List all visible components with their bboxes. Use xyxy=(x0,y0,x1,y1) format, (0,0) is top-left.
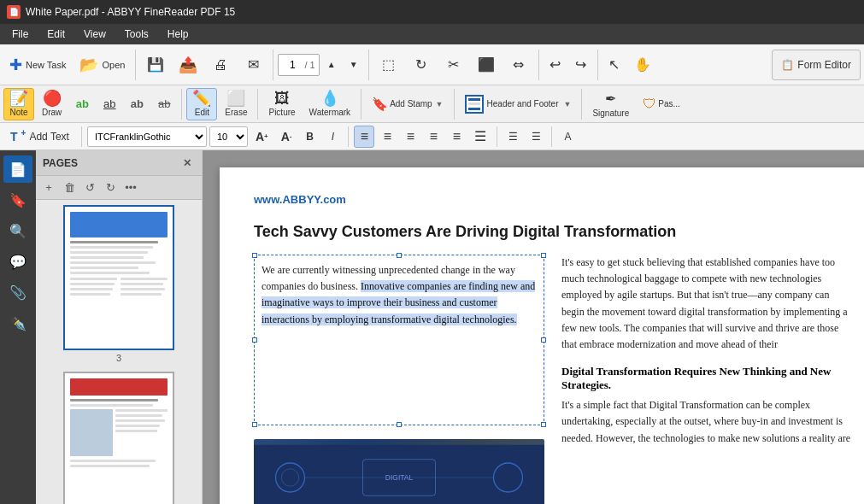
edit-button[interactable]: ✏️ Edit xyxy=(186,88,217,120)
menu-help[interactable]: Help xyxy=(159,26,197,42)
more-formatting-button[interactable]: A xyxy=(557,126,578,148)
attachments-button[interactable]: 📎 xyxy=(3,278,32,306)
rotate-button[interactable]: ↻ xyxy=(406,47,437,83)
align-left-button[interactable]: ≡ xyxy=(354,126,374,148)
bold-button[interactable]: B xyxy=(299,126,320,148)
hand-tool-icon: ✋ xyxy=(634,58,651,72)
select-tool-button[interactable]: ↖ xyxy=(602,47,626,83)
add-page-button[interactable]: + xyxy=(39,179,58,197)
undo-button[interactable]: ↩ xyxy=(544,47,567,83)
search-button[interactable]: 🔍 xyxy=(3,217,32,244)
redo-button[interactable]: ↪ xyxy=(569,47,593,83)
pages-close-button[interactable]: ✕ xyxy=(179,155,195,171)
pages-panel-title: PAGES xyxy=(43,157,78,169)
text-box-selected[interactable]: We are currently witnessing unprecedente… xyxy=(254,255,544,425)
page-nav: / 1 xyxy=(278,54,319,76)
stamp-dropdown-icon[interactable]: ▼ xyxy=(436,100,444,108)
picture-button[interactable]: 🖼 Picture xyxy=(262,88,301,120)
open-button[interactable]: 📂 Open xyxy=(73,47,131,83)
title-bar: 📄 White Paper.pdf - ABBYY FineReader PDF… xyxy=(0,0,864,24)
pages-view-button[interactable]: 📄 xyxy=(3,155,32,183)
form-editor-label: Form Editor xyxy=(797,59,851,71)
sep-fmt-1 xyxy=(81,126,82,147)
next-page-icon: ▼ xyxy=(350,60,358,69)
font-selector[interactable]: ITCFranklinGothic xyxy=(87,126,207,147)
page-thumb-4[interactable]: 4 xyxy=(63,372,174,504)
new-task-button[interactable]: ✚ New Task xyxy=(3,47,72,83)
font-size-selector[interactable]: 10 8 12 14 16 xyxy=(209,126,248,147)
ab-btn-3[interactable]: ab xyxy=(124,88,150,120)
toolbar-annotation: 📝 Note 🔴 Draw ab ab ab ab ✏️ Edit ⬜ Eras… xyxy=(0,85,864,123)
pages-view-icon: 📄 xyxy=(9,161,26,178)
resize-handle-tl[interactable] xyxy=(252,253,257,258)
page-thumb-3[interactable]: 3 xyxy=(63,205,174,363)
protect-button[interactable]: 🛡 Pas... xyxy=(637,88,686,120)
compare-button[interactable]: ⇔ xyxy=(503,47,534,83)
add-stamp-button[interactable]: 🔖 Add Stamp ▼ xyxy=(366,88,449,120)
resize-handle-bc[interactable] xyxy=(397,422,402,427)
email-button[interactable]: ✉ xyxy=(238,47,268,83)
bookmarks-button[interactable]: 🔖 xyxy=(3,186,32,214)
signatures-panel-icon: ✒️ xyxy=(9,315,26,331)
crop-button[interactable]: ✂ xyxy=(438,47,469,83)
resize-handle-bl[interactable] xyxy=(252,422,257,427)
resize-handle-tc[interactable] xyxy=(397,253,402,258)
align-center-button[interactable]: ≡ xyxy=(377,126,397,148)
page-num-3: 3 xyxy=(116,353,121,363)
prev-page-button[interactable]: ▲ xyxy=(321,47,342,83)
font-size-up-button[interactable]: A+ xyxy=(250,126,273,148)
menu-file[interactable]: File xyxy=(3,26,37,42)
ab-btn-1[interactable]: ab xyxy=(69,88,95,120)
form-editor-icon: 📋 xyxy=(781,59,794,71)
header-footer-dropdown-icon[interactable]: ▼ xyxy=(563,100,571,108)
resize-handle-tr[interactable] xyxy=(541,253,546,258)
note-button[interactable]: 📝 Note xyxy=(3,88,34,120)
page-thumbnail-3 xyxy=(63,205,174,350)
menu-edit[interactable]: Edit xyxy=(38,26,73,42)
document-area[interactable]: www.ABBYY.com Tech Savvy Customers Are D… xyxy=(203,150,864,504)
line-spacing-button[interactable]: ≡ xyxy=(446,126,467,148)
rotate-page-left-button[interactable]: ↺ xyxy=(80,179,99,197)
print-button[interactable]: 🖨 xyxy=(205,47,236,83)
comments-button[interactable]: 💬 xyxy=(3,248,32,275)
para-spacing-button[interactable]: ☰ xyxy=(469,126,491,148)
save-button[interactable]: 💾 xyxy=(140,47,171,83)
resize-handle-ml[interactable] xyxy=(252,337,257,343)
bullet-list-button[interactable]: ☰ xyxy=(503,126,523,148)
hand-tool-button[interactable]: ✋ xyxy=(628,47,657,83)
rotate-page-right-button[interactable]: ↻ xyxy=(101,179,120,197)
erase-button[interactable]: ⬜ Erase xyxy=(219,88,253,120)
resize-handle-br[interactable] xyxy=(541,422,546,427)
delete-page-button[interactable]: 🗑 xyxy=(60,179,79,197)
select-area-button[interactable]: ⬚ xyxy=(373,47,404,83)
page-number-input[interactable] xyxy=(282,59,303,71)
numbered-list-button[interactable]: ☰ xyxy=(526,126,546,148)
ab-btn-2[interactable]: ab xyxy=(97,88,122,120)
redact-button[interactable]: ⬛ xyxy=(471,47,502,83)
more-pages-button[interactable]: ••• xyxy=(121,179,140,197)
resize-handle-mr[interactable] xyxy=(541,337,546,343)
select-area-icon: ⬚ xyxy=(382,58,395,72)
align-justify-button[interactable]: ≡ xyxy=(423,126,444,148)
draw-label: Draw xyxy=(42,108,62,117)
signatures-panel-button[interactable]: ✒️ xyxy=(3,309,32,337)
watermark-button[interactable]: 💧 Watermark xyxy=(303,88,357,120)
font-size-down-button[interactable]: A- xyxy=(276,126,297,148)
add-text-button[interactable]: T + Add Text xyxy=(3,128,76,145)
ab-btn-4[interactable]: ab xyxy=(151,88,177,120)
draw-button[interactable]: 🔴 Draw xyxy=(36,88,68,120)
signature-button[interactable]: ✒ Signature xyxy=(586,88,635,120)
menu-view[interactable]: View xyxy=(75,26,115,42)
header-footer-button[interactable]: Header and Footer ▼ xyxy=(459,88,578,120)
menu-tools[interactable]: Tools xyxy=(116,26,157,42)
signature-icon: ✒ xyxy=(605,91,616,107)
header-footer-icon xyxy=(465,95,484,114)
form-editor-button[interactable]: 📋 Form Editor xyxy=(772,50,861,80)
toolbar-formatting: T + Add Text ITCFranklinGothic 10 8 12 1… xyxy=(0,123,864,150)
align-right-button[interactable]: ≡ xyxy=(400,126,420,148)
italic-button[interactable]: I xyxy=(322,126,343,148)
export-button[interactable]: 📤 xyxy=(173,47,203,83)
main-layout: 📄 🔖 🔍 💬 📎 ✒️ PAGES ✕ + 🗑 ↺ ↻ xyxy=(0,150,864,504)
next-page-button[interactable]: ▼ xyxy=(344,47,364,83)
doc-right-column: It's easy to get stuck believing that es… xyxy=(561,255,852,504)
